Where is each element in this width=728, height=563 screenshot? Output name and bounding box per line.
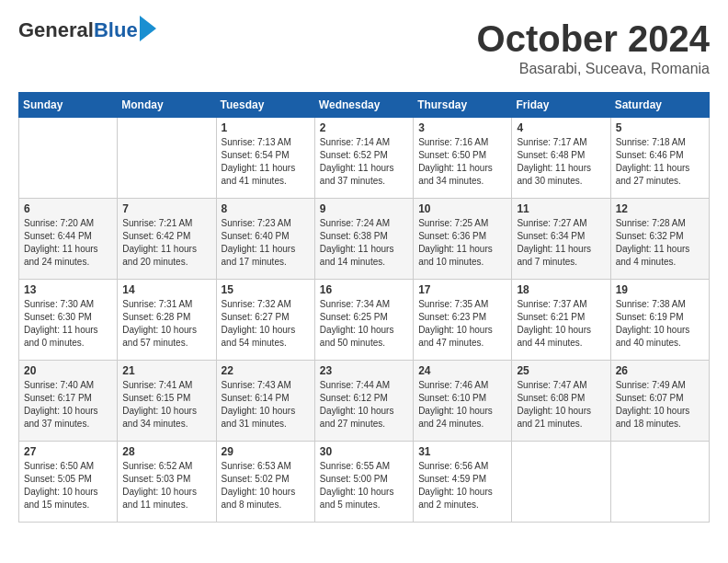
location-subtitle: Basarabi, Suceava, Romania <box>477 61 710 77</box>
header-wednesday: Wednesday <box>314 93 413 118</box>
day-number: 18 <box>517 283 605 296</box>
logo-general: General <box>18 18 94 42</box>
day-number: 26 <box>616 364 704 377</box>
day-number: 23 <box>320 364 408 377</box>
day-info: Sunrise: 7:40 AMSunset: 6:17 PMDaylight:… <box>24 379 112 431</box>
day-info: Sunrise: 6:53 AMSunset: 5:02 PMDaylight:… <box>222 460 310 511</box>
day-info: Sunrise: 7:18 AMSunset: 6:46 PMDaylight:… <box>616 136 704 188</box>
day-number: 15 <box>222 283 310 296</box>
calendar-week-row: 6Sunrise: 7:20 AMSunset: 6:44 PMDaylight… <box>19 199 710 280</box>
calendar-cell: 21Sunrise: 7:41 AMSunset: 6:15 PMDayligh… <box>118 361 216 442</box>
day-info: Sunrise: 7:14 AMSunset: 6:52 PMDaylight:… <box>320 136 408 188</box>
day-info: Sunrise: 7:34 AMSunset: 6:25 PMDaylight:… <box>320 298 408 350</box>
calendar-cell: 24Sunrise: 7:46 AMSunset: 6:10 PMDayligh… <box>414 361 512 442</box>
day-info: Sunrise: 7:41 AMSunset: 6:15 PMDaylight:… <box>122 379 210 431</box>
day-info: Sunrise: 6:52 AMSunset: 5:03 PMDaylight:… <box>122 460 210 511</box>
calendar-cell: 28Sunrise: 6:52 AMSunset: 5:03 PMDayligh… <box>118 442 216 523</box>
logo: General Blue <box>18 18 156 42</box>
calendar-cell: 29Sunrise: 6:53 AMSunset: 5:02 PMDayligh… <box>216 442 314 523</box>
day-info: Sunrise: 7:25 AMSunset: 6:36 PMDaylight:… <box>418 217 506 269</box>
calendar-table: Sunday Monday Tuesday Wednesday Thursday… <box>18 92 710 523</box>
day-info: Sunrise: 7:31 AMSunset: 6:28 PMDaylight:… <box>122 298 210 350</box>
day-number: 19 <box>616 283 704 296</box>
header-sunday: Sunday <box>19 93 118 118</box>
day-number: 8 <box>222 202 310 215</box>
day-number: 21 <box>122 364 210 377</box>
calendar-cell <box>118 118 216 199</box>
calendar-cell: 9Sunrise: 7:24 AMSunset: 6:38 PMDaylight… <box>314 199 413 280</box>
calendar-cell: 15Sunrise: 7:32 AMSunset: 6:27 PMDayligh… <box>216 280 314 361</box>
day-number: 27 <box>24 445 112 458</box>
day-number: 20 <box>24 364 112 377</box>
day-info: Sunrise: 7:47 AMSunset: 6:08 PMDaylight:… <box>517 379 605 431</box>
day-number: 22 <box>222 364 310 377</box>
calendar-cell: 3Sunrise: 7:16 AMSunset: 6:50 PMDaylight… <box>414 118 512 199</box>
header-saturday: Saturday <box>610 93 709 118</box>
day-number: 16 <box>320 283 408 296</box>
header-friday: Friday <box>512 93 610 118</box>
calendar-cell: 12Sunrise: 7:28 AMSunset: 6:32 PMDayligh… <box>610 199 709 280</box>
calendar-cell <box>512 442 610 523</box>
day-info: Sunrise: 7:32 AMSunset: 6:27 PMDaylight:… <box>222 298 310 350</box>
calendar-cell: 22Sunrise: 7:43 AMSunset: 6:14 PMDayligh… <box>216 361 314 442</box>
day-number: 30 <box>320 445 408 458</box>
logo-blue: Blue <box>94 18 138 42</box>
day-number: 6 <box>24 202 112 215</box>
calendar-cell: 8Sunrise: 7:23 AMSunset: 6:40 PMDaylight… <box>216 199 314 280</box>
header-tuesday: Tuesday <box>216 93 314 118</box>
calendar-cell <box>610 442 709 523</box>
calendar-week-row: 20Sunrise: 7:40 AMSunset: 6:17 PMDayligh… <box>19 361 710 442</box>
header-monday: Monday <box>118 93 216 118</box>
day-info: Sunrise: 7:23 AMSunset: 6:40 PMDaylight:… <box>222 217 310 269</box>
day-info: Sunrise: 7:44 AMSunset: 6:12 PMDaylight:… <box>320 379 408 431</box>
header-thursday: Thursday <box>414 93 512 118</box>
day-info: Sunrise: 6:56 AMSunset: 4:59 PMDaylight:… <box>418 460 506 511</box>
day-info: Sunrise: 7:24 AMSunset: 6:38 PMDaylight:… <box>320 217 408 269</box>
day-number: 12 <box>616 202 704 215</box>
calendar-week-row: 13Sunrise: 7:30 AMSunset: 6:30 PMDayligh… <box>19 280 710 361</box>
calendar-week-row: 1Sunrise: 7:13 AMSunset: 6:54 PMDaylight… <box>19 118 710 199</box>
day-number: 4 <box>517 121 605 134</box>
calendar-cell: 23Sunrise: 7:44 AMSunset: 6:12 PMDayligh… <box>314 361 413 442</box>
day-info: Sunrise: 7:16 AMSunset: 6:50 PMDaylight:… <box>418 136 506 188</box>
calendar-cell: 17Sunrise: 7:35 AMSunset: 6:23 PMDayligh… <box>414 280 512 361</box>
page-header: General Blue October 2024 Basarabi, Suce… <box>18 18 710 77</box>
calendar-cell: 5Sunrise: 7:18 AMSunset: 6:46 PMDaylight… <box>610 118 709 199</box>
calendar-cell: 7Sunrise: 7:21 AMSunset: 6:42 PMDaylight… <box>118 199 216 280</box>
calendar-cell: 10Sunrise: 7:25 AMSunset: 6:36 PMDayligh… <box>414 199 512 280</box>
calendar-cell: 14Sunrise: 7:31 AMSunset: 6:28 PMDayligh… <box>118 280 216 361</box>
calendar-cell: 19Sunrise: 7:38 AMSunset: 6:19 PMDayligh… <box>610 280 709 361</box>
day-info: Sunrise: 6:50 AMSunset: 5:05 PMDaylight:… <box>24 460 112 511</box>
calendar-cell: 26Sunrise: 7:49 AMSunset: 6:07 PMDayligh… <box>610 361 709 442</box>
calendar-cell: 2Sunrise: 7:14 AMSunset: 6:52 PMDaylight… <box>314 118 413 199</box>
day-info: Sunrise: 7:49 AMSunset: 6:07 PMDaylight:… <box>616 379 704 431</box>
day-number: 7 <box>122 202 210 215</box>
calendar-week-row: 27Sunrise: 6:50 AMSunset: 5:05 PMDayligh… <box>19 442 710 523</box>
calendar-cell: 16Sunrise: 7:34 AMSunset: 6:25 PMDayligh… <box>314 280 413 361</box>
day-number: 10 <box>418 202 506 215</box>
day-info: Sunrise: 7:35 AMSunset: 6:23 PMDaylight:… <box>418 298 506 350</box>
day-number: 1 <box>222 121 310 134</box>
day-info: Sunrise: 7:46 AMSunset: 6:10 PMDaylight:… <box>418 379 506 431</box>
day-number: 5 <box>616 121 704 134</box>
day-number: 2 <box>320 121 408 134</box>
calendar-cell <box>19 118 118 199</box>
day-info: Sunrise: 7:38 AMSunset: 6:19 PMDaylight:… <box>616 298 704 350</box>
month-title: October 2024 <box>477 18 710 59</box>
calendar-cell: 31Sunrise: 6:56 AMSunset: 4:59 PMDayligh… <box>414 442 512 523</box>
day-info: Sunrise: 7:37 AMSunset: 6:21 PMDaylight:… <box>517 298 605 350</box>
day-info: Sunrise: 7:20 AMSunset: 6:44 PMDaylight:… <box>24 217 112 269</box>
day-number: 17 <box>418 283 506 296</box>
day-info: Sunrise: 6:55 AMSunset: 5:00 PMDaylight:… <box>320 460 408 511</box>
calendar-cell: 11Sunrise: 7:27 AMSunset: 6:34 PMDayligh… <box>512 199 610 280</box>
day-number: 3 <box>418 121 506 134</box>
day-info: Sunrise: 7:13 AMSunset: 6:54 PMDaylight:… <box>222 136 310 188</box>
day-number: 13 <box>24 283 112 296</box>
calendar-cell: 1Sunrise: 7:13 AMSunset: 6:54 PMDaylight… <box>216 118 314 199</box>
calendar-cell: 6Sunrise: 7:20 AMSunset: 6:44 PMDaylight… <box>19 199 118 280</box>
calendar-cell: 13Sunrise: 7:30 AMSunset: 6:30 PMDayligh… <box>19 280 118 361</box>
day-number: 14 <box>122 283 210 296</box>
day-number: 31 <box>418 445 506 458</box>
day-number: 11 <box>517 202 605 215</box>
calendar-cell: 20Sunrise: 7:40 AMSunset: 6:17 PMDayligh… <box>19 361 118 442</box>
